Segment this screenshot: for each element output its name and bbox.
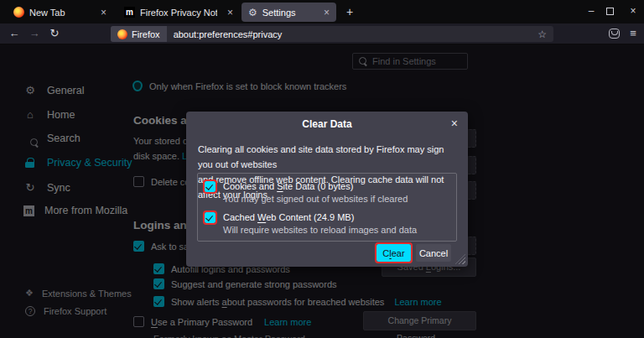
maximize-button[interactable] — [606, 8, 614, 15]
dialog-title: Clear Data — [186, 118, 468, 130]
checkbox-checked-highlighted[interactable] — [205, 181, 216, 192]
cached-web-content-option[interactable]: Cached Web Content (24.9 MB) Will requir… — [205, 212, 417, 235]
mozilla-icon: m — [124, 7, 135, 18]
menu-hamburger-icon[interactable]: ≡ — [624, 25, 642, 42]
checkbox-checked-highlighted[interactable] — [205, 212, 216, 223]
url-text: about:preferences#privacy — [167, 29, 283, 39]
identity-label: Firefox — [132, 29, 160, 39]
tab-title: New Tab — [29, 8, 65, 18]
clear-data-dialog: Clear Data × Clearing all cookies and si… — [186, 112, 468, 267]
firefox-icon — [117, 29, 127, 39]
url-bar[interactable]: Firefox about:preferences#privacy ☆ — [111, 26, 553, 42]
new-tab-button[interactable]: + — [341, 4, 358, 21]
minimize-button[interactable]: – — [579, 0, 604, 22]
gear-icon: ⚙ — [248, 8, 257, 18]
tab-title: Settings — [262, 8, 296, 18]
site-identity-chip[interactable]: Firefox — [111, 26, 167, 42]
reload-button[interactable]: ↻ — [45, 25, 64, 42]
pocket-icon[interactable] — [609, 29, 620, 39]
back-button[interactable]: ← — [5, 25, 23, 42]
tab-settings[interactable]: ⚙ Settings × — [242, 3, 336, 22]
dialog-close-icon[interactable]: × — [451, 117, 458, 130]
clear-button[interactable]: Clear — [377, 244, 411, 262]
option-label: Cookies and Site Data (0 bytes) — [223, 181, 408, 191]
tab-privacy-notice[interactable]: m Firefox Privacy Notice — Mozilla × — [117, 3, 240, 22]
tab-close-icon[interactable]: × — [319, 7, 330, 18]
dialog-options-box: Cookies and Site Data (0 bytes) You may … — [197, 173, 457, 242]
tab-new-tab[interactable]: New Tab × — [7, 3, 113, 22]
window-close-button[interactable]: × — [621, 0, 644, 22]
option-subtext: Will require websites to reload images a… — [223, 225, 417, 235]
cookies-site-data-option[interactable]: Cookies and Site Data (0 bytes) You may … — [205, 181, 408, 204]
dialog-resize-handle[interactable] — [455, 254, 465, 264]
forward-button[interactable]: → — [25, 25, 44, 42]
settings-page: ⚙ General ⌂ Home Search Privacy & Securi… — [0, 44, 644, 338]
tab-close-icon[interactable]: × — [222, 7, 233, 18]
tab-close-icon[interactable]: × — [96, 7, 106, 18]
navigation-toolbar: ← → ↻ Firefox about:preferences#privacy … — [0, 23, 644, 44]
tab-strip: New Tab × m Firefox Privacy Notice — Moz… — [0, 0, 644, 23]
tab-title: Firefox Privacy Notice — Mozilla — [140, 8, 217, 18]
browser-window: New Tab × m Firefox Privacy Notice — Moz… — [0, 0, 644, 338]
cancel-button[interactable]: Cancel — [416, 244, 451, 262]
firefox-icon — [13, 7, 24, 18]
option-label: Cached Web Content (24.9 MB) — [223, 212, 417, 222]
bookmark-star-icon[interactable]: ☆ — [538, 29, 553, 40]
option-subtext: You may get signed out of websites if cl… — [223, 194, 408, 204]
